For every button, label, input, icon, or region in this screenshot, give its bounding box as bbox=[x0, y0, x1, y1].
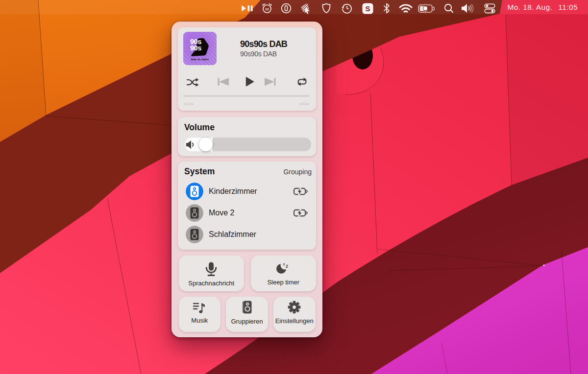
svg-text:z: z bbox=[286, 263, 288, 269]
svg-text:zz: zz bbox=[265, 7, 269, 11]
svg-text:S: S bbox=[365, 4, 370, 13]
svg-text:z: z bbox=[283, 262, 285, 266]
